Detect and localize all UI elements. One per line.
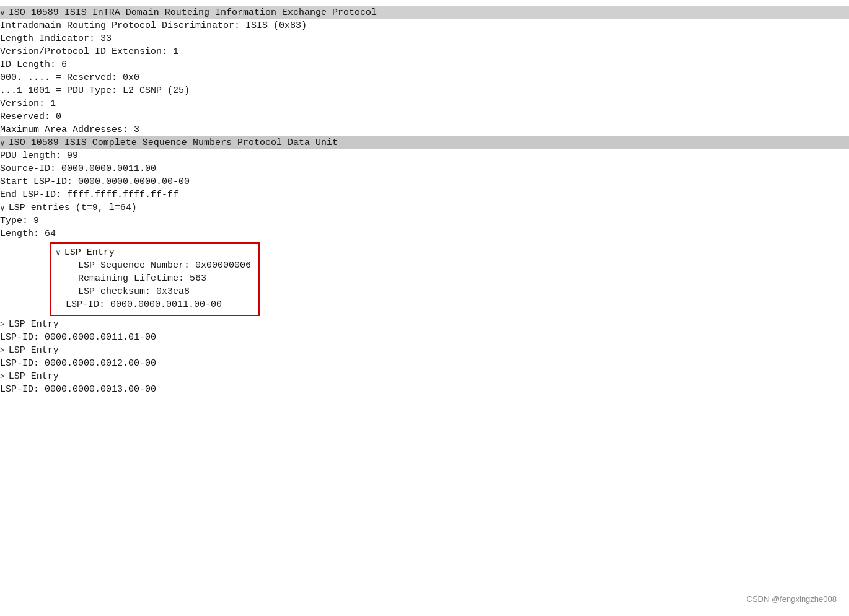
- field-id-length: ID Length: 6: [0, 58, 849, 71]
- field-pdu-length: PDU length: 99: [0, 149, 849, 162]
- lsp-entry-3-label: LSP Entry: [9, 345, 59, 356]
- field-reserved: 000. .... = Reserved: 0x0: [0, 71, 849, 84]
- lsp-entry-3-toggle-icon[interactable]: >: [0, 346, 5, 355]
- field-type-text: Type: 9: [0, 216, 39, 226]
- field-version-text: Version: 1: [0, 99, 56, 109]
- field-lsp-checksum: LSP checksum: 0x3ea8: [78, 285, 251, 298]
- field-start-lsp-id: Start LSP-ID: 0000.0000.0000.00-00: [0, 175, 849, 188]
- lsp-entry-2-header[interactable]: > LSP Entry: [0, 318, 849, 331]
- field-lsp-seq-num: LSP Sequence Number: 0x00000006: [78, 259, 251, 272]
- field-length-indicator-text: Length Indicator: 33: [0, 33, 112, 44]
- field-highlighted-lsp-id-text: LSP-ID: 0000.0000.0011.00-00: [66, 299, 222, 310]
- field-lsp-id-3-text: LSP-ID: 0000.0000.0012.00-00: [0, 358, 156, 369]
- field-type: Type: 9: [0, 214, 849, 227]
- field-max-area-text: Maximum Area Addresses: 3: [0, 125, 139, 135]
- lsp-entry-4-header[interactable]: > LSP Entry: [0, 370, 849, 383]
- highlighted-lsp-entry-label: LSP Entry: [64, 247, 115, 258]
- lsp-entry-4-label: LSP Entry: [9, 371, 59, 382]
- field-end-lsp-id-text: End LSP-ID: ffff.ffff.ffff.ff-ff: [0, 190, 178, 200]
- lsp-entries-toggle-icon[interactable]: ∨: [0, 203, 5, 213]
- field-lsp-checksum-text: LSP checksum: 0x3ea8: [78, 286, 190, 297]
- lsp-entry-2-toggle-icon[interactable]: >: [0, 320, 5, 329]
- lsp-entries-header-text: LSP entries (t=9, l=64): [9, 203, 137, 213]
- field-version-protocol-text: Version/Protocol ID Extension: 1: [0, 46, 178, 57]
- highlighted-lsp-entry-toggle-icon[interactable]: ∨: [56, 248, 61, 258]
- highlighted-lsp-entry-fields: LSP Sequence Number: 0x00000006 Remainin…: [53, 259, 251, 298]
- field-id-length-text: ID Length: 6: [0, 59, 67, 70]
- field-lsp-id-2: LSP-ID: 0000.0000.0011.01-00: [0, 331, 849, 344]
- field-version: Version: 1: [0, 97, 849, 110]
- field-remaining-lifetime-text: Remaining Lifetime: 563: [78, 273, 206, 284]
- field-source-id-text: Source-ID: 0000.0000.0011.00: [0, 164, 156, 174]
- field-length-text: Length: 64: [0, 229, 56, 239]
- field-reserved-0-text: Reserved: 0: [0, 112, 61, 122]
- field-highlighted-lsp-id: LSP-ID: 0000.0000.0011.00-00: [66, 298, 251, 311]
- field-pdu-type-text: ...1 1001 = PDU Type: L2 CSNP (25): [0, 86, 190, 96]
- lsp-entry-4-toggle-icon[interactable]: >: [0, 372, 5, 381]
- field-reserved-0: Reserved: 0: [0, 110, 849, 123]
- field-lsp-id-2-text: LSP-ID: 0000.0000.0011.01-00: [0, 332, 156, 343]
- field-pdu-type: ...1 1001 = PDU Type: L2 CSNP (25): [0, 84, 849, 97]
- section2-header-text: ISO 10589 ISIS Complete Sequence Numbers…: [9, 138, 338, 148]
- field-start-lsp-id-text: Start LSP-ID: 0000.0000.0000.00-00: [0, 177, 190, 187]
- section1-toggle-icon[interactable]: ∨: [0, 8, 5, 18]
- field-length-indicator: Length Indicator: 33: [0, 32, 849, 45]
- lsp-entries-header[interactable]: ∨ LSP entries (t=9, l=64): [0, 201, 849, 214]
- highlighted-lsp-entry-header[interactable]: ∨ LSP Entry: [53, 246, 251, 259]
- watermark: CSDN @fengxingzhe008: [747, 594, 837, 604]
- section2-header[interactable]: ∨ ISO 10589 ISIS Complete Sequence Numbe…: [0, 136, 849, 149]
- field-intradomain-text: Intradomain Routing Protocol Discriminat…: [0, 20, 307, 31]
- lsp-entry-3-header[interactable]: > LSP Entry: [0, 344, 849, 357]
- field-source-id: Source-ID: 0000.0000.0011.00: [0, 162, 849, 175]
- lsp-entry-2-label: LSP Entry: [9, 319, 59, 330]
- field-lsp-seq-num-text: LSP Sequence Number: 0x00000006: [78, 260, 251, 271]
- field-intradomain: Intradomain Routing Protocol Discriminat…: [0, 19, 849, 32]
- field-lsp-id-3: LSP-ID: 0000.0000.0012.00-00: [0, 357, 849, 370]
- field-length: Length: 64: [0, 227, 849, 240]
- section1-header-text: ISO 10589 ISIS InTRA Domain Routeing Inf…: [9, 7, 377, 18]
- packet-tree: ∨ ISO 10589 ISIS InTRA Domain Routeing I…: [0, 0, 849, 402]
- field-lsp-id-4: LSP-ID: 0000.0000.0013.00-00: [0, 383, 849, 396]
- field-version-protocol: Version/Protocol ID Extension: 1: [0, 45, 849, 58]
- field-reserved-text: 000. .... = Reserved: 0x0: [0, 73, 139, 83]
- highlighted-lsp-entry: ∨ LSP Entry LSP Sequence Number: 0x00000…: [50, 242, 260, 316]
- section1-header[interactable]: ∨ ISO 10589 ISIS InTRA Domain Routeing I…: [0, 6, 849, 19]
- field-max-area: Maximum Area Addresses: 3: [0, 123, 849, 136]
- field-pdu-length-text: PDU length: 99: [0, 151, 78, 161]
- highlighted-lsp-id-row: LSP-ID: 0000.0000.0011.00-00: [53, 298, 251, 311]
- field-lsp-id-4-text: LSP-ID: 0000.0000.0013.00-00: [0, 384, 156, 395]
- field-remaining-lifetime: Remaining Lifetime: 563: [78, 272, 251, 285]
- field-end-lsp-id: End LSP-ID: ffff.ffff.ffff.ff-ff: [0, 188, 849, 201]
- section2-toggle-icon[interactable]: ∨: [0, 138, 5, 148]
